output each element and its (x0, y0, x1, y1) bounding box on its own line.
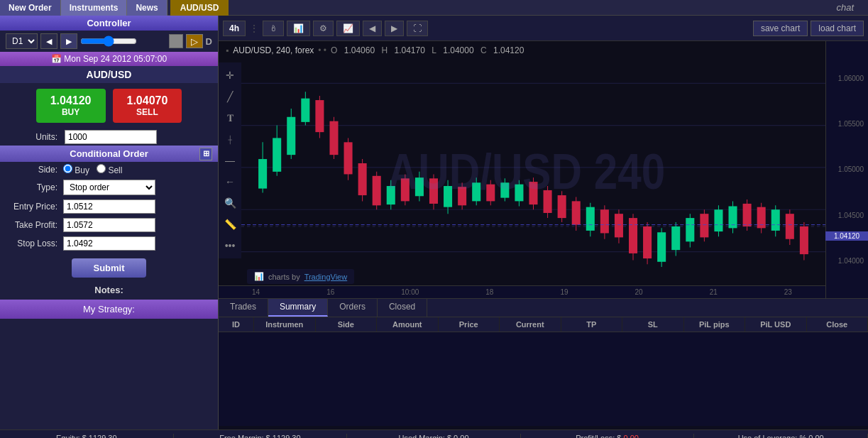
col-side: Side (316, 317, 378, 332)
sell-button[interactable]: 1.04070 SELL (113, 89, 182, 123)
svg-rect-68 (686, 218, 694, 241)
forward-btn[interactable]: ▷ (186, 34, 203, 48)
col-current: Current (500, 317, 561, 332)
svg-rect-14 (301, 99, 309, 122)
tradingview-link[interactable]: TradingView (304, 273, 348, 281)
instruments-tab[interactable]: Instruments (61, 0, 128, 16)
time-tick-7: 21 (710, 288, 718, 296)
chat-label: chat (822, 2, 868, 13)
conditional-order-icon[interactable]: ⊞ (199, 148, 212, 160)
datetime-bar: 📅 Mon Sep 24 2012 05:07:00 (0, 52, 218, 66)
h-label: H (381, 45, 388, 55)
submit-button[interactable]: Submit (72, 258, 145, 278)
trades-table-header: ID Instrumen Side Amount Price Current T… (219, 317, 868, 332)
time-tick-8: 23 (784, 288, 792, 296)
conditional-order-header: Conditional Order ⊞ (0, 146, 218, 162)
zoom-tool[interactable]: 🔍 (220, 193, 240, 213)
buy-radio-label[interactable]: Buy (63, 164, 89, 175)
units-input[interactable] (65, 130, 157, 144)
svg-rect-22 (358, 163, 367, 195)
svg-rect-70 (700, 214, 708, 237)
take-profit-input[interactable] (63, 218, 155, 232)
load-chart-btn[interactable]: load chart (811, 21, 864, 36)
save-chart-btn[interactable]: save chart (753, 21, 808, 36)
crosshair-tool[interactable]: ✛ (220, 65, 240, 85)
svg-rect-60 (629, 218, 637, 253)
stop-loss-input[interactable] (63, 236, 155, 251)
fullscreen-btn[interactable]: ⛶ (407, 21, 428, 36)
back-tool[interactable]: ← (220, 172, 240, 192)
col-id: ID (219, 317, 254, 332)
4h-period-btn[interactable]: 4h (223, 21, 246, 36)
svg-rect-66 (671, 226, 680, 250)
svg-rect-18 (329, 121, 338, 155)
hline-tool[interactable]: — (220, 150, 240, 170)
svg-rect-58 (615, 214, 623, 237)
trades-body (219, 332, 868, 426)
c-label: C (480, 45, 487, 55)
free-margin-status: Free Margin: $ 1129.30 (174, 434, 348, 439)
svg-rect-82 (786, 214, 794, 239)
speed-slider[interactable] (80, 35, 137, 47)
forward-chart-btn[interactable]: ▶ (385, 21, 404, 36)
audusd-tab[interactable]: AUD/USD (170, 0, 229, 16)
trades-tab[interactable]: Trades (219, 299, 268, 317)
new-order-tab[interactable]: New Order (0, 0, 61, 16)
col-price: Price (439, 317, 500, 332)
time-tick-4: 18 (485, 288, 493, 296)
chart-symbol: AUD/USD, 240, forex (233, 45, 314, 55)
ruler-tool[interactable]: 📏 (220, 214, 240, 234)
svg-rect-62 (643, 226, 652, 258)
svg-rect-80 (771, 209, 780, 231)
h-value: 1.04170 (395, 45, 425, 55)
used-margin-status: Used Margin: $ 0.00 (347, 434, 521, 439)
orders-tab[interactable]: Orders (328, 299, 378, 317)
entry-price-label: Entry Price: (7, 202, 60, 212)
col-pil-usd: PiL USD (745, 317, 807, 332)
sell-radio[interactable] (97, 164, 106, 173)
svg-rect-72 (714, 209, 723, 231)
back-btn[interactable]: ◀ (363, 21, 382, 36)
price-scale: 1.06000 1.05500 1.05000 1.04500 1.04000 (825, 41, 868, 298)
buy-radio[interactable] (63, 164, 72, 173)
bar-chart-btn[interactable]: 📊 (287, 21, 310, 36)
square-indicator (169, 34, 183, 48)
svg-rect-64 (657, 232, 666, 262)
draw-tool[interactable]: ╱ (220, 87, 240, 106)
more-tools[interactable]: ••• (220, 236, 240, 256)
stop-loss-label: Stop Loss: (7, 239, 60, 248)
svg-text:AUD/USD 240: AUD/USD 240 (388, 143, 665, 199)
units-label: Units: (7, 132, 60, 142)
notes-label: Notes: (94, 285, 123, 295)
price-tick-1: 1.06000 (828, 75, 867, 82)
order-type-select[interactable]: Stop order Limit order (63, 180, 155, 195)
prev-candle-btn[interactable]: ◀ (40, 33, 57, 49)
col-pil-pips: PiL pips (684, 317, 746, 332)
closed-tab[interactable]: Closed (378, 299, 427, 317)
entry-price-input[interactable] (63, 199, 155, 214)
buy-button[interactable]: 1.04120 BUY (36, 89, 106, 123)
svg-rect-20 (344, 142, 353, 174)
candlestick-btn[interactable]: 🕯 (263, 21, 284, 36)
svg-rect-56 (600, 209, 609, 233)
indicator-btn[interactable]: 📈 (336, 21, 360, 36)
svg-rect-12 (287, 117, 295, 155)
toolbar-sep1: ⋮ (250, 23, 258, 33)
time-tick-1: 14 (252, 288, 260, 296)
text-tool[interactable]: 𝐓 (220, 108, 240, 128)
fibonacci-tool[interactable]: ⟊ (220, 129, 240, 149)
my-strategy-bar[interactable]: My Strategy: (0, 300, 218, 319)
time-tick-2: 16 (326, 288, 334, 296)
col-tp: TP (561, 317, 623, 332)
timeframe-select[interactable]: D1 (6, 33, 38, 49)
time-tick-5: 19 (560, 288, 568, 296)
settings-btn[interactable]: ⚙ (313, 21, 334, 36)
time-scale: 14 16 10:00 18 19 20 21 23 (219, 285, 825, 298)
summary-tab[interactable]: Summary (268, 299, 328, 317)
play-btn[interactable]: ▶ (60, 33, 77, 49)
sell-radio-label[interactable]: Sell (97, 164, 122, 175)
o-label: O (331, 45, 337, 55)
news-tab[interactable]: News (127, 0, 167, 16)
chart-svg: AUD/USD 240 (241, 41, 825, 285)
svg-rect-16 (315, 100, 324, 132)
